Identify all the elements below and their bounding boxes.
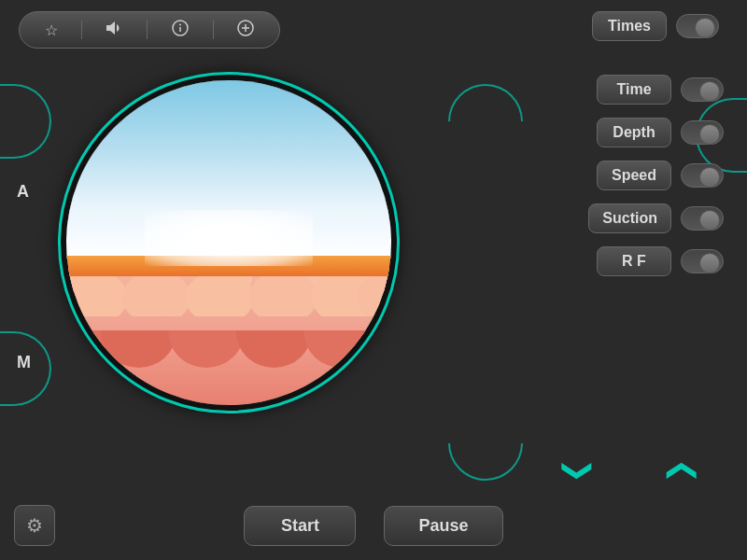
bottom-right-arc xyxy=(448,443,523,481)
svg-point-6 xyxy=(66,271,128,316)
svg-point-15 xyxy=(236,330,312,368)
rf-row: R F xyxy=(518,246,724,276)
pause-button[interactable]: Pause xyxy=(384,506,502,546)
left-arc-top xyxy=(0,84,51,159)
side-label-m: M xyxy=(17,353,31,372)
svg-point-7 xyxy=(122,271,190,316)
rf-label: R F xyxy=(597,246,671,276)
toolbar-separator-3 xyxy=(213,21,214,39)
star-button[interactable]: ☆ xyxy=(37,20,65,41)
info-button[interactable] xyxy=(164,18,196,42)
volume-button[interactable] xyxy=(99,20,131,40)
times-label: Times xyxy=(592,11,667,41)
times-area: Times xyxy=(592,11,719,41)
suction-toggle[interactable] xyxy=(681,206,724,231)
svg-point-13 xyxy=(101,330,176,368)
tool-glow xyxy=(145,210,313,266)
down-arrow-button[interactable]: ❯ xyxy=(564,458,594,483)
suction-label: Suction xyxy=(588,203,671,233)
speed-row: Speed xyxy=(518,161,724,190)
bottom-bar: Start Pause xyxy=(0,506,747,546)
speed-toggle[interactable] xyxy=(681,163,724,188)
suction-row: Suction xyxy=(518,203,724,233)
depth-toggle[interactable] xyxy=(681,120,724,145)
svg-point-8 xyxy=(186,271,254,316)
time-row: Time xyxy=(518,75,724,105)
add-button[interactable] xyxy=(230,18,261,42)
svg-point-14 xyxy=(168,330,244,368)
rf-toggle[interactable] xyxy=(681,249,724,273)
svg-point-2 xyxy=(179,24,181,26)
svg-point-9 xyxy=(248,271,317,316)
start-button[interactable]: Start xyxy=(244,506,356,546)
depth-label: Depth xyxy=(597,118,671,147)
toolbar-separator-1 xyxy=(81,21,82,39)
top-right-arc xyxy=(448,84,523,121)
depth-row: Depth xyxy=(518,118,724,147)
side-label-a: A xyxy=(17,182,29,202)
times-toggle[interactable] xyxy=(676,14,719,38)
time-toggle[interactable] xyxy=(681,77,724,102)
speed-label: Speed xyxy=(597,161,671,190)
up-arrow-button[interactable]: ❯ xyxy=(664,458,694,483)
time-label: Time xyxy=(597,75,671,105)
visualization-circle xyxy=(61,75,397,411)
right-panel: Time Depth Speed Suction R F xyxy=(518,75,724,276)
skin-bumps-bottom xyxy=(66,330,391,405)
toolbar-separator-2 xyxy=(147,21,148,39)
top-toolbar: ☆ xyxy=(19,11,280,49)
skin-layer xyxy=(66,265,391,405)
bottom-arrows: ❯ ❯ xyxy=(566,455,691,485)
main-visualization xyxy=(61,75,416,429)
